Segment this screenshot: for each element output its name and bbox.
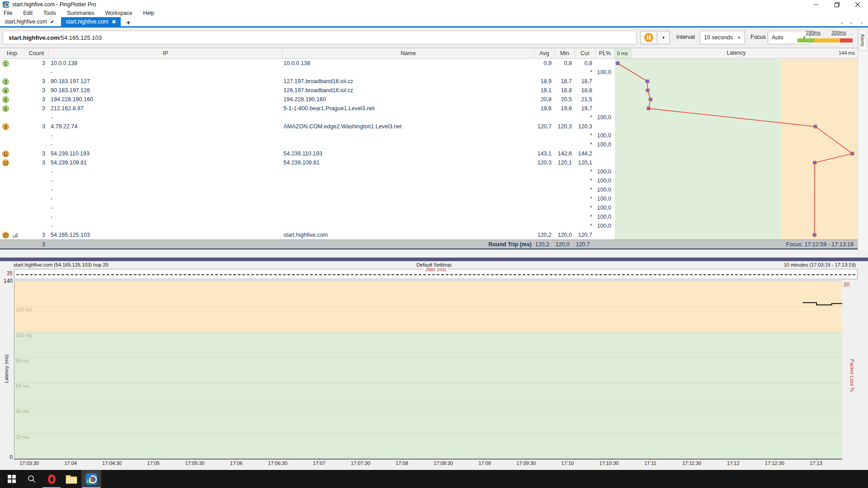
time-tick-label: 17:03:30 [19,460,39,466]
cell-ip: 90.183.197.126 [49,86,283,95]
section-divider-bar[interactable] [0,258,868,261]
cell-ip: 54.165.125.103 [49,230,283,239]
menu-edit[interactable]: Edit [18,10,38,16]
menu-help[interactable]: Help [138,10,160,16]
pause-dropdown-button[interactable]: ▼ [657,31,670,44]
interval-select[interactable]: 10 seconds ▼ [700,31,745,44]
table-row[interactable]: - * 100,0 [0,221,615,230]
latency-gridline: 60 ms [14,383,842,383]
cell-cur: * [575,167,595,176]
header-pl[interactable]: PL% [595,48,615,58]
table-row[interactable]: 11 3 54.239.110.193 54.239.110.193 143,1… [0,149,615,158]
pause-button[interactable] [640,31,657,44]
cell-hop: 1 [0,59,24,68]
time-tick-label: 17:11 [644,460,656,466]
header-min[interactable]: Min [555,48,575,58]
footer-avg: 120,2 [532,241,552,248]
table-row[interactable]: - * 100,0 [0,185,615,194]
cell-name: 10.0.0.138 [283,59,534,68]
taskbar-pingplotter-button[interactable] [81,470,101,488]
table-row[interactable]: - * 100,0 [0,203,615,212]
cell-count [24,221,49,230]
table-row[interactable]: - * 100,0 [0,113,615,122]
hop-number-badge: 4 [2,87,9,94]
time-tick-label: 17:05:30 [185,460,205,466]
cell-cur: * [575,185,595,194]
cell-hop [0,176,24,185]
tab-close-icon[interactable]: ✖ [112,19,116,25]
tab-start-highfive-1[interactable]: start.highfive.com ✔ [0,17,59,26]
scale-gradient-bar [797,38,853,42]
table-row[interactable]: 6 3 212.162.8.97 5-1-1-800.bear1.Prague1… [0,104,615,113]
table-row[interactable]: - * 100,0 [0,212,615,221]
latency-gridline: 20 ms [14,434,842,434]
timeline-plot-area[interactable]: 120 ms100 ms80 ms60 ms40 ms20 ms [14,281,842,459]
taskbar-file-explorer-button[interactable] [61,470,81,488]
minimize-button[interactable] [806,0,826,9]
jitter-axis-label: Jitter (ms) [424,267,448,272]
header-count[interactable]: Count [24,48,49,58]
cell-min: 20,5 [555,95,575,104]
taskbar-search-button[interactable] [22,470,42,488]
header-ip[interactable]: IP [49,48,283,58]
cell-cur: * [575,68,595,77]
cell-cur: * [575,176,595,185]
gridline-label: 60 ms [16,383,29,389]
table-row[interactable]: - * 100,0 [0,68,615,77]
table-row[interactable]: 4 3 90.183.197.126 126.197.broadband16.i… [0,86,615,95]
menu-summaries[interactable]: Summaries [61,10,100,16]
cell-name [283,221,534,230]
table-row[interactable]: 5 3 194.228.190.160 194.228.190.160 20,8… [0,95,615,104]
header-avg[interactable]: Avg [534,48,555,58]
packet-loss-axis-label: Packet Loss % [849,351,855,400]
table-row[interactable]: - * 100,0 [0,167,615,176]
tab-start-highfive-2-active[interactable]: start.highfive.com ✖ [61,17,120,26]
cell-name: 5-1-1-800.bear1.Prague1.Level3.net [283,104,534,113]
cell-count [24,68,49,77]
header-hop[interactable]: Hop [0,48,24,58]
table-row[interactable]: 20 3 54.165.125.103 start.highfive.com 1… [0,230,615,239]
latency-max-label: 144 ms [839,50,855,56]
cell-name [283,113,534,122]
cell-pl: 100,0 [595,176,615,185]
new-tab-button[interactable]: + [124,19,133,26]
tab-scroll-arrows[interactable]: ◄ ► ▼ [840,21,866,25]
table-row[interactable]: - * 100,0 [0,140,615,149]
cell-count [24,176,49,185]
cell-hop [0,212,24,221]
header-cur[interactable]: Cur [575,48,595,58]
jitter-trace-line [16,274,855,275]
cell-ip: 54.239.109.81 [49,158,283,167]
table-row[interactable]: - * 100,0 [0,176,615,185]
cell-ip: - [49,221,283,230]
cell-count [24,113,49,122]
header-name[interactable]: Name [283,48,534,58]
table-row[interactable]: - * 100,0 [0,131,615,140]
focus-value: Auto [772,34,783,41]
table-row[interactable]: 12 3 54.239.109.81 54.239.109.81 120,3 1… [0,158,615,167]
hop-number-badge: 20 [2,232,9,239]
hop-latency-mini-graph[interactable] [615,59,858,239]
close-button[interactable] [847,0,868,9]
menu-file[interactable]: File [0,10,18,16]
cell-ip: 212.162.8.97 [49,104,283,113]
table-row[interactable]: 8 3 4.79.22.74 AMAZON.COM.edge2.Washingt… [0,122,615,131]
table-row[interactable]: 3 3 90.183.197.127 127.197.broadband16.i… [0,77,615,86]
start-button[interactable] [2,470,22,488]
cell-name [283,194,534,203]
pingplotter-logo-icon [3,1,9,8]
menu-workspace[interactable]: Workspace [100,10,138,16]
menu-tools[interactable]: Tools [38,10,61,16]
cell-hop: 3 [0,77,24,86]
alerts-side-tab[interactable]: Alerts [859,30,867,51]
restore-button[interactable] [826,0,847,9]
latency-gridline: 100 ms [14,332,842,333]
table-row[interactable]: - * 100,0 [0,194,615,203]
cell-ip: - [49,185,283,194]
table-row[interactable]: 1 3 10.0.0.138 10.0.0.138 0,9 0,8 0,8 [0,59,615,68]
taskbar-opera-button[interactable] [42,470,61,488]
cell-count [24,212,49,221]
target-input[interactable]: start.highfive.com / 54.165.125.103 [3,31,637,44]
cell-min [555,194,575,203]
jitter-graph[interactable]: Jitter (ms) [14,269,858,279]
